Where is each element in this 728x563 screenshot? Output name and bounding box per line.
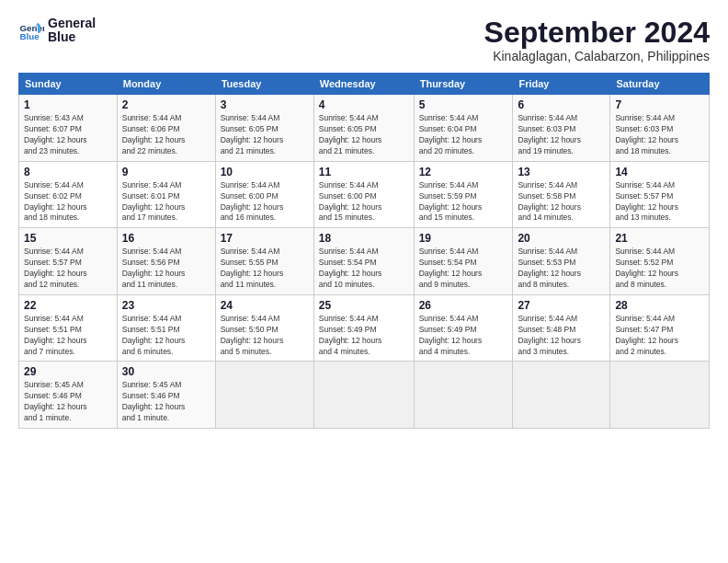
day-number: 28 [615, 299, 704, 312]
day-number: 30 [122, 365, 210, 378]
day-number: 10 [221, 166, 309, 178]
calendar-cell: 14Sunrise: 5:44 AMSunset: 5:57 PMDayligh… [610, 161, 710, 228]
calendar-cell: 15Sunrise: 5:44 AMSunset: 5:57 PMDayligh… [19, 228, 118, 295]
header-monday: Monday [117, 74, 215, 95]
day-info: Sunrise: 5:44 AMSunset: 5:49 PMDaylight:… [419, 314, 508, 358]
calendar-cell: 1Sunrise: 5:43 AMSunset: 6:07 PMDaylight… [19, 95, 118, 162]
page: General Blue General Blue September 2024… [0, 0, 728, 563]
calendar-cell: 8Sunrise: 5:44 AMSunset: 6:02 PMDaylight… [19, 161, 118, 228]
header-thursday: Thursday [414, 74, 513, 95]
calendar-cell: 10Sunrise: 5:44 AMSunset: 6:00 PMDayligh… [215, 161, 313, 228]
day-number: 11 [319, 166, 409, 178]
day-info: Sunrise: 5:44 AMSunset: 6:05 PMDaylight:… [221, 113, 309, 157]
day-number: 9 [122, 166, 210, 178]
calendar-cell: 17Sunrise: 5:44 AMSunset: 5:55 PMDayligh… [215, 228, 313, 295]
day-info: Sunrise: 5:44 AMSunset: 5:56 PMDaylight:… [122, 247, 210, 291]
day-number: 24 [221, 299, 309, 312]
logo-line1: General [48, 17, 96, 30]
day-info: Sunrise: 5:44 AMSunset: 6:03 PMDaylight:… [615, 113, 704, 157]
calendar-cell: 5Sunrise: 5:44 AMSunset: 6:04 PMDaylight… [414, 95, 513, 162]
calendar-cell: 7Sunrise: 5:44 AMSunset: 6:03 PMDaylight… [610, 95, 710, 162]
day-number: 21 [615, 232, 704, 245]
calendar-table: Sunday Monday Tuesday Wednesday Thursday… [18, 73, 710, 429]
day-number: 23 [122, 299, 210, 312]
calendar-cell: 29Sunrise: 5:45 AMSunset: 5:46 PMDayligh… [19, 362, 118, 429]
logo-icon: General Blue [18, 17, 44, 43]
calendar-week-row: 29Sunrise: 5:45 AMSunset: 5:46 PMDayligh… [19, 362, 710, 429]
day-info: Sunrise: 5:44 AMSunset: 5:57 PMDaylight:… [24, 247, 112, 291]
day-number: 29 [24, 365, 112, 378]
day-info: Sunrise: 5:44 AMSunset: 5:51 PMDaylight:… [24, 314, 112, 358]
day-number: 1 [24, 98, 112, 111]
logo-text: General Blue [48, 17, 96, 45]
day-info: Sunrise: 5:45 AMSunset: 5:46 PMDaylight:… [122, 380, 210, 424]
day-info: Sunrise: 5:44 AMSunset: 5:54 PMDaylight:… [319, 247, 409, 291]
day-info: Sunrise: 5:44 AMSunset: 5:53 PMDaylight:… [518, 247, 605, 291]
day-info: Sunrise: 5:44 AMSunset: 6:06 PMDaylight:… [122, 113, 210, 157]
day-info: Sunrise: 5:44 AMSunset: 6:02 PMDaylight:… [24, 180, 112, 224]
calendar-cell [513, 362, 610, 429]
day-number: 27 [518, 299, 605, 312]
calendar-cell: 12Sunrise: 5:44 AMSunset: 5:59 PMDayligh… [414, 161, 513, 228]
day-info: Sunrise: 5:44 AMSunset: 5:52 PMDaylight:… [615, 247, 704, 291]
logo: General Blue General Blue [18, 17, 96, 45]
calendar-cell [215, 362, 313, 429]
calendar-cell: 20Sunrise: 5:44 AMSunset: 5:53 PMDayligh… [513, 228, 610, 295]
calendar-title: September 2024 [484, 17, 710, 49]
logo-line2: Blue [48, 30, 96, 44]
title-block: September 2024 Kinalaglagan, Calabarzon,… [484, 17, 710, 63]
calendar-cell: 18Sunrise: 5:44 AMSunset: 5:54 PMDayligh… [313, 228, 414, 295]
day-info: Sunrise: 5:44 AMSunset: 6:00 PMDaylight:… [319, 180, 409, 224]
day-number: 16 [122, 232, 210, 245]
day-info: Sunrise: 5:44 AMSunset: 6:05 PMDaylight:… [319, 113, 409, 157]
day-number: 2 [122, 98, 210, 111]
svg-text:Blue: Blue [19, 31, 40, 41]
calendar-cell: 11Sunrise: 5:44 AMSunset: 6:00 PMDayligh… [313, 161, 414, 228]
day-info: Sunrise: 5:44 AMSunset: 6:03 PMDaylight:… [518, 113, 605, 157]
day-info: Sunrise: 5:44 AMSunset: 5:51 PMDaylight:… [122, 314, 210, 358]
calendar-cell: 19Sunrise: 5:44 AMSunset: 5:54 PMDayligh… [414, 228, 513, 295]
day-info: Sunrise: 5:43 AMSunset: 6:07 PMDaylight:… [24, 113, 112, 157]
calendar-week-row: 1Sunrise: 5:43 AMSunset: 6:07 PMDaylight… [19, 95, 710, 162]
day-number: 8 [24, 166, 112, 178]
calendar-cell: 4Sunrise: 5:44 AMSunset: 6:05 PMDaylight… [313, 95, 414, 162]
calendar-cell: 25Sunrise: 5:44 AMSunset: 5:49 PMDayligh… [313, 294, 414, 362]
calendar-cell: 3Sunrise: 5:44 AMSunset: 6:05 PMDaylight… [215, 95, 313, 162]
calendar-cell: 27Sunrise: 5:44 AMSunset: 5:48 PMDayligh… [513, 294, 610, 362]
calendar-cell: 30Sunrise: 5:45 AMSunset: 5:46 PMDayligh… [117, 362, 215, 429]
day-number: 25 [319, 299, 409, 312]
calendar-cell: 26Sunrise: 5:44 AMSunset: 5:49 PMDayligh… [414, 294, 513, 362]
day-number: 3 [221, 98, 309, 111]
day-number: 20 [518, 232, 605, 245]
header-saturday: Saturday [610, 74, 710, 95]
day-number: 18 [319, 232, 409, 245]
day-info: Sunrise: 5:44 AMSunset: 6:01 PMDaylight:… [122, 180, 210, 224]
calendar-week-row: 22Sunrise: 5:44 AMSunset: 5:51 PMDayligh… [19, 294, 710, 362]
calendar-cell: 9Sunrise: 5:44 AMSunset: 6:01 PMDaylight… [117, 161, 215, 228]
day-number: 7 [615, 98, 704, 111]
calendar-cell: 13Sunrise: 5:44 AMSunset: 5:58 PMDayligh… [513, 161, 610, 228]
calendar-header-row: Sunday Monday Tuesday Wednesday Thursday… [19, 74, 710, 95]
header-sunday: Sunday [19, 74, 118, 95]
calendar-cell: 2Sunrise: 5:44 AMSunset: 6:06 PMDaylight… [117, 95, 215, 162]
day-number: 4 [319, 98, 409, 111]
day-info: Sunrise: 5:44 AMSunset: 5:57 PMDaylight:… [615, 180, 704, 224]
calendar-cell: 22Sunrise: 5:44 AMSunset: 5:51 PMDayligh… [19, 294, 118, 362]
day-info: Sunrise: 5:44 AMSunset: 5:47 PMDaylight:… [615, 314, 704, 358]
calendar-subtitle: Kinalaglagan, Calabarzon, Philippines [484, 49, 710, 63]
day-number: 22 [24, 299, 112, 312]
calendar-cell: 23Sunrise: 5:44 AMSunset: 5:51 PMDayligh… [117, 294, 215, 362]
header: General Blue General Blue September 2024… [18, 17, 710, 63]
day-info: Sunrise: 5:45 AMSunset: 5:46 PMDaylight:… [24, 380, 112, 424]
day-info: Sunrise: 5:44 AMSunset: 5:50 PMDaylight:… [221, 314, 309, 358]
calendar-week-row: 15Sunrise: 5:44 AMSunset: 5:57 PMDayligh… [19, 228, 710, 295]
day-info: Sunrise: 5:44 AMSunset: 5:48 PMDaylight:… [518, 314, 605, 358]
day-number: 14 [615, 166, 704, 178]
calendar-cell: 16Sunrise: 5:44 AMSunset: 5:56 PMDayligh… [117, 228, 215, 295]
header-friday: Friday [513, 74, 610, 95]
calendar-cell: 21Sunrise: 5:44 AMSunset: 5:52 PMDayligh… [610, 228, 710, 295]
day-number: 17 [221, 232, 309, 245]
calendar-cell: 6Sunrise: 5:44 AMSunset: 6:03 PMDaylight… [513, 95, 610, 162]
day-info: Sunrise: 5:44 AMSunset: 5:49 PMDaylight:… [319, 314, 409, 358]
day-number: 15 [24, 232, 112, 245]
